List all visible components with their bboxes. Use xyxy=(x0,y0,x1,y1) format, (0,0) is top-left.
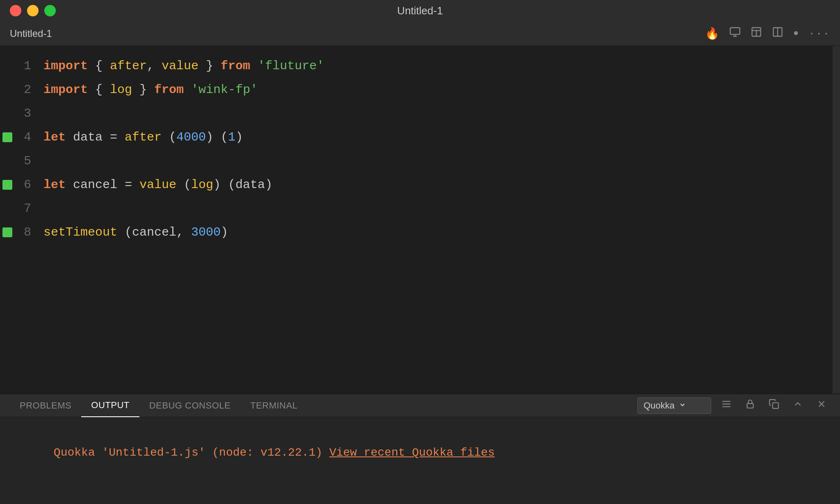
output-link[interactable]: View recent Quokka files xyxy=(329,446,495,459)
tab-problems[interactable]: PROBLEMS xyxy=(10,394,81,417)
line-indicator-6 xyxy=(0,180,15,190)
code-line-2: 2 import { log } from 'wink-fp' xyxy=(0,78,833,102)
output-panel: PROBLEMS OUTPUT DEBUG CONSOLE TERMINAL Q… xyxy=(0,393,840,504)
lock-icon[interactable] xyxy=(742,397,759,414)
copy-icon[interactable] xyxy=(765,397,783,414)
line-number-3: 3 xyxy=(15,107,43,120)
output-source-dropdown[interactable]: Quokka xyxy=(637,397,711,414)
line-number-2: 2 xyxy=(15,83,43,97)
code-line-1: 1 import { after, value } from 'fluture' xyxy=(0,54,833,78)
chevron-up-icon[interactable] xyxy=(789,397,806,414)
clear-output-icon[interactable] xyxy=(718,397,735,414)
code-content-6: let cancel = value (log) (data) xyxy=(43,173,833,197)
flame-icon[interactable]: 🔥 xyxy=(705,27,719,41)
chevron-down-icon xyxy=(679,400,686,411)
code-editor[interactable]: 1 import { after, value } from 'fluture'… xyxy=(0,46,833,393)
titlebar: Untitled-1 xyxy=(0,0,840,21)
editor-tab-untitled[interactable]: Untitled-1 xyxy=(10,25,52,43)
line-number-5: 5 xyxy=(15,154,43,168)
code-line-7: 7 xyxy=(0,197,833,220)
tab-debug-console[interactable]: DEBUG CONSOLE xyxy=(139,394,240,417)
line-indicator-4 xyxy=(0,132,15,142)
dropdown-label: Quokka xyxy=(644,400,675,411)
line-number-6: 6 xyxy=(15,178,43,192)
tab-terminal[interactable]: TERMINAL xyxy=(240,394,307,417)
minimize-button[interactable] xyxy=(27,5,39,16)
line-number-8: 8 xyxy=(15,225,43,239)
code-line-3: 3 xyxy=(0,102,833,125)
window-title: Untitled-1 xyxy=(397,5,443,17)
tab-output[interactable]: OUTPUT xyxy=(81,394,139,417)
tab-left: Untitled-1 xyxy=(10,25,52,43)
code-line-6: 6 let cancel = value (log) (data) xyxy=(0,173,833,197)
code-content-2: import { log } from 'wink-fp' xyxy=(43,78,833,102)
svg-rect-12 xyxy=(773,403,778,409)
editor-area: 1 import { after, value } from 'fluture'… xyxy=(0,46,840,393)
panel-tabs-left: PROBLEMS OUTPUT DEBUG CONSOLE TERMINAL xyxy=(10,394,307,417)
code-line-5: 5 xyxy=(0,149,833,173)
code-content-8: setTimeout (cancel, 3000) xyxy=(43,220,833,244)
quokka-indicator-4 xyxy=(2,132,12,142)
code-line-4: 4 let data = after (4000) (1) xyxy=(0,125,833,149)
quokka-indicator-8 xyxy=(2,227,12,237)
layout-icon[interactable] xyxy=(751,26,762,41)
line-number-4: 4 xyxy=(15,130,43,144)
close-button[interactable] xyxy=(10,5,21,16)
output-line-1: Quokka 'Untitled-1.js' (node: v12.22.1) … xyxy=(12,425,828,480)
line-number-7: 7 xyxy=(15,202,43,216)
line-number-1: 1 xyxy=(15,59,43,73)
svg-rect-0 xyxy=(730,27,740,34)
line-indicator-8 xyxy=(0,227,15,237)
code-content-1: import { after, value } from 'fluture' xyxy=(43,54,833,78)
svg-rect-11 xyxy=(747,404,753,408)
split-editor-icon[interactable] xyxy=(772,26,783,41)
panel-controls: Quokka xyxy=(637,397,830,414)
circle-icon: ● xyxy=(793,28,799,39)
code-line-8: 8 setTimeout (cancel, 3000) xyxy=(0,220,833,244)
broadcast-icon[interactable] xyxy=(729,26,741,41)
tab-right: 🔥 ● ··· xyxy=(705,26,830,41)
traffic-lights xyxy=(10,5,56,16)
output-text: Quokka 'Untitled-1.js' (node: v12.22.1) xyxy=(54,446,329,459)
panel-tabbar: PROBLEMS OUTPUT DEBUG CONSOLE TERMINAL Q… xyxy=(0,394,840,417)
output-content: Quokka 'Untitled-1.js' (node: v12.22.1) … xyxy=(0,417,840,504)
code-content-4: let data = after (4000) (1) xyxy=(43,125,833,149)
quokka-indicator-6 xyxy=(2,180,12,190)
maximize-button[interactable] xyxy=(44,5,56,16)
more-menu-icon[interactable]: ··· xyxy=(808,27,830,40)
close-panel-icon[interactable] xyxy=(813,397,830,414)
editor-scrollbar[interactable] xyxy=(833,46,840,393)
editor-tabbar: Untitled-1 🔥 ● ··· xyxy=(0,21,840,46)
